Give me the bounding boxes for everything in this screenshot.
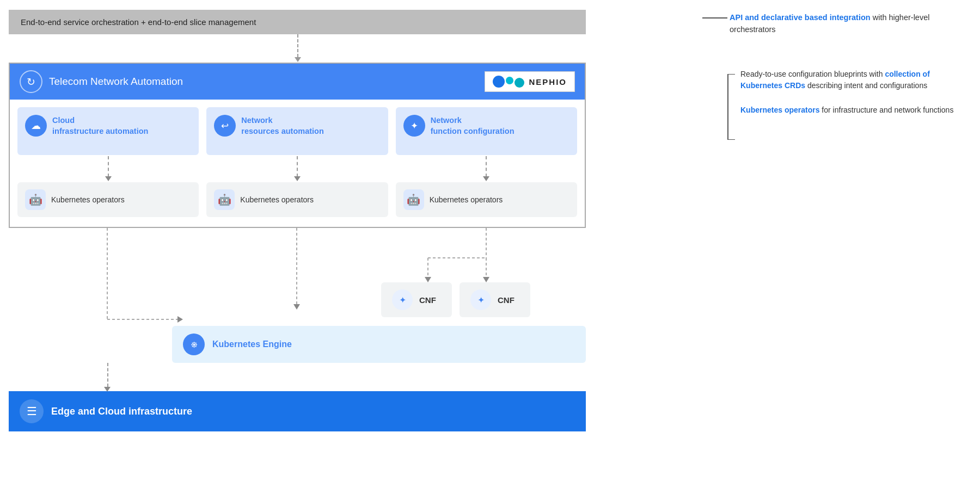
tna-icon: ↻ (20, 70, 42, 93)
annotation-api-bold: API and declarative based integration (730, 13, 873, 22)
tna-title: Telecom Network Automation (49, 76, 183, 88)
cnf-label-1: CNF (419, 295, 436, 305)
orchestration-bar: End-to-end service orchestration + end-t… (9, 10, 586, 34)
robot-icon-col1: 🤖 (25, 189, 46, 210)
annotation-crds: Ready-to-use configuration blueprints wi… (702, 69, 964, 91)
k8s-label-col3: Kubernetes operators (430, 195, 503, 204)
network-function-title: Networkfunction configuration (431, 115, 514, 137)
cnf-icon-2: ✦ (470, 289, 491, 310)
robot-icon-col3: 🤖 (403, 189, 424, 210)
annotation-operators-bold: Kubernetes operators (740, 106, 819, 114)
tna-box: ↻ Telecom Network Automation NEPHIO (9, 63, 586, 228)
cnf-box-2: ✦ CNF (460, 282, 530, 317)
cnf-box-1: ✦ CNF (381, 282, 452, 317)
k8s-operators-col2: 🤖 Kubernetes operators (206, 182, 388, 217)
network-function-icon: ✦ (403, 115, 425, 137)
annotation-operators: Kubernetes operators for infrastructure … (702, 104, 964, 116)
nephio-text: NEPHIO (529, 77, 567, 87)
column-cloud-infra: ☁ Cloudinfrastructure automation 🤖 (17, 107, 199, 217)
k8s-operators-col1: 🤖 Kubernetes operators (17, 182, 199, 217)
k8s-label-col1: Kubernetes operators (51, 195, 125, 204)
annotation-crds-bold: collection of Kubernetes CRDs (740, 70, 930, 90)
robot-icon-col2: 🤖 (214, 189, 235, 210)
nephio-logo: NEPHIO (485, 71, 575, 92)
edge-label: Edge and Cloud infrastructure (51, 406, 192, 417)
k8s-operators-col3: 🤖 Kubernetes operators (396, 182, 577, 217)
annotation-group: Ready-to-use configuration blueprints wi… (702, 69, 964, 116)
cnf-icon-1: ✦ (392, 289, 413, 310)
edge-cloud-bar: ☰ Edge and Cloud infrastructure (9, 391, 586, 431)
tna-header: ↻ Telecom Network Automation NEPHIO (10, 64, 585, 100)
k8s-engine-label: Kubernetes Engine (212, 339, 292, 349)
network-resources-icon: ↩ (214, 115, 236, 137)
orchestration-text: End-to-end service orchestration + end-t… (21, 17, 256, 27)
column-network-function: ✦ Networkfunction configuration 🤖 (396, 107, 577, 217)
edge-icon: ☰ (20, 399, 44, 423)
cnf-label-2: CNF (498, 295, 514, 305)
column-network-resources: ↩ Networkresources automation 🤖 (206, 107, 388, 217)
k8s-label-col2: Kubernetes operators (240, 195, 314, 204)
annotations-area: API and declarative based integration wi… (702, 12, 964, 116)
cloud-infra-title: Cloudinfrastructure automation (52, 115, 148, 137)
annotation-api: API and declarative based integration wi… (702, 12, 964, 36)
network-resources-title: Networkresources automation (241, 115, 324, 137)
k8s-engine-icon: ⎈ (183, 334, 205, 355)
cloud-infra-icon: ☁ (25, 115, 47, 137)
kubernetes-engine-bar: ⎈ Kubernetes Engine (172, 326, 586, 363)
